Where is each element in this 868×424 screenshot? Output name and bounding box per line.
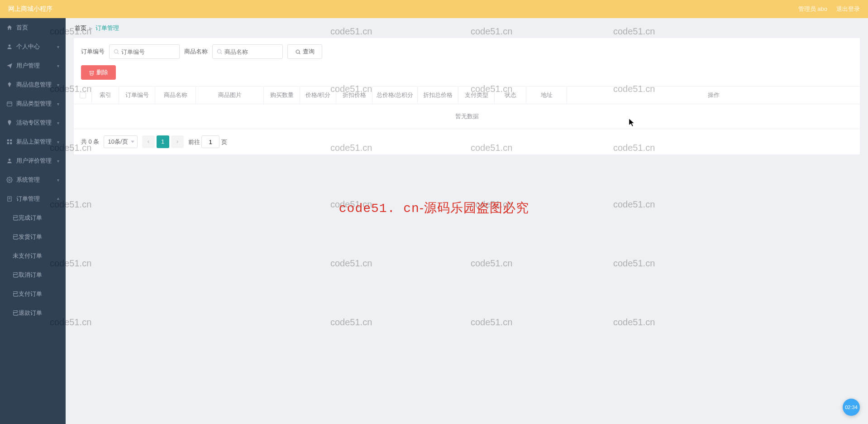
order-no-input[interactable] (121, 48, 176, 55)
svg-rect-5 (7, 142, 9, 144)
body: 首页个人中心▾用户管理▾商品信息管理▾商品类型管理▾活动专区管理▾新品上架管理▾… (0, 18, 868, 424)
doc-icon (6, 196, 13, 202)
select-all-checkbox[interactable] (80, 92, 86, 98)
top-header: 网上商城小程序 管理员 abo 退出登录 (0, 0, 868, 18)
svg-point-8 (9, 179, 10, 181)
home-icon (6, 24, 13, 31)
sidebar-sub-item-9-5[interactable]: 已退款订单 (0, 304, 66, 323)
filter-bar: 订单编号 商品名称 (74, 38, 860, 59)
prev-page-button[interactable] (142, 135, 155, 148)
chevron-down-icon: ▾ (57, 178, 59, 183)
table-column-11: 地址 (526, 87, 567, 104)
goto-prefix: 前往 (188, 139, 200, 145)
diamond-icon (6, 82, 13, 88)
sidebar-item-label: 商品信息管理 (16, 81, 52, 89)
table-column-12: 操作 (567, 87, 860, 104)
order-no-input-wrap (109, 44, 180, 59)
sidebar-item-label: 商品类型管理 (16, 100, 52, 108)
svg-point-0 (9, 44, 11, 47)
chevron-down-icon: ▾ (57, 197, 59, 202)
chevron-down-icon: ▾ (57, 101, 59, 106)
sidebar-sub-item-9-1[interactable]: 已发货订单 (0, 227, 66, 246)
chevron-down-icon: ▾ (57, 63, 59, 68)
svg-point-14 (217, 49, 221, 53)
table-column-6: 折扣价格 (336, 87, 372, 104)
table-column-3: 商品图片 (196, 87, 264, 104)
chevron-down-icon: ▾ (57, 82, 59, 87)
sidebar-item-1[interactable]: 个人中心▾ (0, 37, 66, 56)
breadcrumb: 首页 ▶ 订单管理 (66, 18, 860, 38)
search-icon (295, 49, 301, 55)
sidebar: 首页个人中心▾用户管理▾商品信息管理▾商品类型管理▾活动专区管理▾新品上架管理▾… (0, 18, 66, 424)
sidebar-item-label: 用户管理 (16, 62, 40, 70)
calendar-icon (6, 101, 13, 107)
page-size-value: 10条/页 (108, 138, 128, 146)
table-column-1: 订单编号 (119, 87, 155, 104)
svg-rect-4 (10, 140, 12, 141)
delete-button-label: 删除 (96, 68, 108, 77)
goto-suffix: 页 (221, 139, 227, 145)
svg-line-15 (221, 53, 222, 54)
page-size-select[interactable]: 10条/页 (104, 135, 137, 148)
sidebar-item-7[interactable]: 用户评价管理▾ (0, 151, 66, 170)
sidebar-item-3[interactable]: 商品信息管理▾ (0, 75, 66, 94)
product-name-label: 商品名称 (184, 48, 208, 56)
svg-rect-6 (10, 142, 12, 144)
sidebar-sub-item-9-3[interactable]: 已取消订单 (0, 265, 66, 284)
admin-link[interactable]: 管理员 abo (798, 5, 827, 13)
sidebar-item-0[interactable]: 首页 (0, 18, 66, 37)
chevron-down-icon: ▾ (57, 140, 59, 145)
svg-rect-3 (7, 140, 9, 141)
product-name-input[interactable] (224, 48, 279, 55)
svg-point-12 (114, 49, 118, 53)
sidebar-item-label: 首页 (16, 24, 28, 32)
search-button[interactable]: 查询 (287, 44, 322, 59)
app-title: 网上商城小程序 (8, 5, 52, 13)
search-button-label: 查询 (303, 48, 315, 56)
search-icon (216, 48, 223, 55)
svg-line-13 (118, 53, 119, 54)
app-root: 网上商城小程序 管理员 abo 退出登录 首页个人中心▾用户管理▾商品信息管理▾… (0, 0, 868, 424)
pagination: 共 0 条 10条/页 1 前往 (74, 129, 860, 154)
gear-icon (6, 177, 13, 183)
svg-line-17 (299, 53, 300, 54)
pager: 1 (142, 135, 184, 148)
pin-icon (6, 120, 13, 126)
breadcrumb-current[interactable]: 订单管理 (95, 24, 119, 32)
search-icon (113, 48, 119, 55)
sidebar-sub-item-9-4[interactable]: 已支付订单 (0, 284, 66, 304)
delete-button[interactable]: 删除 (81, 65, 116, 80)
sidebar-item-4[interactable]: 商品类型管理▾ (0, 94, 66, 113)
actions-row: 删除 (74, 59, 860, 86)
data-table: 索引订单编号商品名称商品图片购买数量价格/积分折扣价格总价格/总积分折扣总价格支… (74, 86, 860, 129)
next-page-button[interactable] (171, 135, 184, 148)
sidebar-item-9[interactable]: 订单管理▾ (0, 189, 66, 208)
sidebar-item-8[interactable]: 系统管理▾ (0, 170, 66, 189)
page-1-button[interactable]: 1 (157, 135, 169, 148)
goto-wrap: 前往 页 (188, 135, 227, 148)
svg-point-16 (296, 50, 300, 53)
sidebar-item-label: 活动专区管理 (16, 119, 52, 127)
chevron-down-icon: ▾ (57, 159, 59, 164)
grid-icon (6, 139, 13, 145)
plane-icon (6, 63, 13, 69)
content-panel: 订单编号 商品名称 (74, 38, 860, 154)
chevron-down-icon: ▾ (57, 120, 59, 125)
goto-input[interactable] (201, 135, 219, 148)
sidebar-item-2[interactable]: 用户管理▾ (0, 56, 66, 75)
user-icon (6, 158, 13, 164)
sidebar-sub-item-9-0[interactable]: 已完成订单 (0, 208, 66, 227)
logout-link[interactable]: 退出登录 (836, 5, 860, 13)
sidebar-item-6[interactable]: 新品上架管理▾ (0, 132, 66, 151)
table-empty: 暂无数据 (74, 104, 860, 129)
breadcrumb-home[interactable]: 首页 (75, 24, 86, 32)
recording-badge[interactable]: 02:34 (843, 399, 860, 416)
product-name-input-wrap (212, 44, 283, 59)
sidebar-item-label: 用户评价管理 (16, 157, 52, 165)
sidebar-sub-item-9-2[interactable]: 未支付订单 (0, 246, 66, 265)
sidebar-item-label: 订单管理 (16, 195, 40, 203)
table-header: 索引订单编号商品名称商品图片购买数量价格/积分折扣价格总价格/总积分折扣总价格支… (74, 87, 860, 104)
order-no-label: 订单编号 (81, 48, 105, 56)
chevron-down-icon: ▾ (57, 44, 59, 49)
sidebar-item-5[interactable]: 活动专区管理▾ (0, 113, 66, 132)
